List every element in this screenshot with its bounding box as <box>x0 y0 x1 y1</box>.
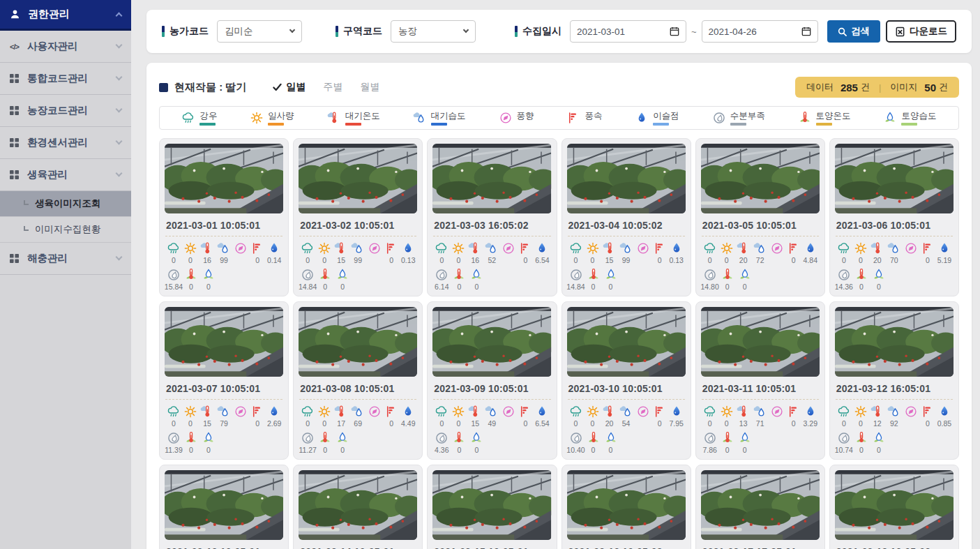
rain-icon <box>301 241 315 255</box>
dew-point-icon <box>635 111 649 125</box>
growth-image-card[interactable]: 2021-03-18 16:05:02 <box>829 465 959 549</box>
sidebar-item-integrated-code-mgmt[interactable]: 통합코드관리 <box>0 63 131 95</box>
sensor-solar: 0 <box>852 241 869 264</box>
date-to-input[interactable]: 2021-04-26 <box>702 20 818 43</box>
sensor-air-humidity: 99 <box>216 241 232 264</box>
soil-temp-icon <box>798 111 812 125</box>
growth-image-card[interactable]: 2021-03-03 16:05:02 0 0 16 <box>427 138 557 296</box>
wind-speed-icon <box>250 241 264 255</box>
sensor-moisture-deficit: 14.80 <box>702 268 718 291</box>
card-timestamp: 2021-03-15 10:05:01 <box>434 546 550 549</box>
sensor-value: 0 <box>306 256 310 264</box>
sensor-wind-speed: 0 <box>383 405 400 428</box>
date-from-input[interactable]: 2021-03-01 <box>570 20 686 43</box>
growth-image-card[interactable]: 2021-03-05 10:05:01 0 0 20 <box>695 138 825 296</box>
growth-image-card[interactable]: 2021-03-08 10:05:01 0 0 17 <box>293 301 423 460</box>
growth-image-card[interactable]: 2021-03-02 10:05:01 0 0 15 <box>293 138 423 296</box>
sensor-soil-moisture: 0 <box>334 268 351 291</box>
sidebar-subitem-image-collection-status[interactable]: 이미지수집현황 <box>0 217 131 243</box>
search-button[interactable]: 검색 <box>827 20 880 43</box>
air-temp-icon <box>327 111 341 125</box>
sensor-dew-point: 0.85 <box>936 405 953 428</box>
sensor-row-2: 15.84 0 0 <box>165 268 283 291</box>
wind-direction-icon <box>502 405 515 419</box>
soil-moisture-icon <box>202 268 216 282</box>
data-count-unit: 건 <box>861 81 870 93</box>
rain-icon <box>167 241 181 255</box>
sensor-rain: 0 <box>836 405 852 428</box>
sensor-wind-speed: 0 <box>919 241 936 264</box>
sensor-row-1: 0 0 15 99 <box>299 241 417 264</box>
soil-temp-icon <box>184 431 198 445</box>
wind-speed-icon <box>518 241 532 255</box>
sensor-value: 0 <box>439 419 444 428</box>
sidebar-item-farm-code-mgmt[interactable]: 농장코드관리 <box>0 95 131 127</box>
zone-code-select[interactable]: 농장 <box>391 20 476 43</box>
growth-image-card[interactable]: 2021-03-04 10:05:02 0 0 15 <box>561 138 691 296</box>
growth-image-card[interactable]: 2021-03-15 10:05:01 <box>427 465 557 549</box>
growth-image-card[interactable]: 2021-03-09 10:05:01 0 0 15 <box>427 301 557 460</box>
sensor-air-temp: 20 <box>735 241 752 264</box>
sensor-soil-moisture: 0 <box>200 268 217 291</box>
tab-daily[interactable]: 일별 <box>273 81 306 93</box>
sensor-legend: 강우 일사량 대기온도 대기습도 풍향 풍속 <box>159 106 959 130</box>
growth-image-card[interactable]: 2021-03-06 10:05:01 0 0 20 <box>829 138 959 296</box>
growth-image-card[interactable]: 2021-03-07 10:05:01 0 0 15 <box>159 301 289 460</box>
sensor-rain: 0 <box>702 405 718 428</box>
sensor-air-temp: 13 <box>735 405 752 428</box>
sidebar-item-pest-mgmt[interactable]: 해충관리 <box>0 243 131 275</box>
sidebar-item-env-sensor-mgmt[interactable]: 환경센서관리 <box>0 127 131 159</box>
sensor-value: 0 <box>926 256 930 264</box>
sensor-air-humidity: 54 <box>618 405 635 428</box>
sensor-value: 15 <box>472 419 480 428</box>
sidebar-subitem-growth-image-view[interactable]: 생육이미지조회 <box>0 191 131 217</box>
sensor-dew-point: 4.49 <box>400 405 416 428</box>
sensor-air-humidity: 71 <box>752 405 769 428</box>
sensor-value: 0 <box>591 256 595 264</box>
growth-image-card[interactable]: 2021-03-13 10:05:01 <box>159 465 289 549</box>
farm-code-select[interactable]: 김미순 <box>217 20 302 43</box>
sensor-value: 0 <box>323 283 327 291</box>
growth-image-card[interactable]: 2021-03-11 10:05:01 0 0 13 <box>695 301 825 460</box>
sensor-moisture-deficit: 10.40 <box>568 431 585 454</box>
sensor-value: 0 <box>842 419 846 428</box>
greenhouse-photo <box>701 144 820 213</box>
tab-weekly[interactable]: 주별 <box>323 81 342 93</box>
sensor-solar: 0 <box>718 405 735 428</box>
growth-image-card[interactable]: 2021-03-10 10:05:01 0 0 20 <box>561 301 691 460</box>
air-humidity-icon <box>619 405 633 419</box>
growth-image-card[interactable]: 2021-03-01 10:05:01 0 0 16 <box>159 138 289 296</box>
wind-speed-icon <box>250 405 264 419</box>
sensor-value: 4.36 <box>435 446 448 454</box>
image-count-unit: 건 <box>939 81 948 93</box>
sensor-value: 0 <box>574 419 578 428</box>
sidebar-item-permission-mgmt[interactable]: 권한관리 <box>0 0 131 31</box>
user-icon <box>10 9 20 20</box>
sensor-value: 0 <box>926 419 930 428</box>
wind-direction-icon <box>502 241 515 255</box>
tab-monthly[interactable]: 월별 <box>360 81 379 93</box>
grid-icon <box>10 254 19 263</box>
growth-image-card[interactable]: 2021-03-17 17:35:01 <box>695 465 825 549</box>
sidebar-subitem-label: 이미지수집현황 <box>35 223 101 236</box>
download-button[interactable]: 다운로드 <box>886 20 956 43</box>
sensor-value: 0 <box>322 256 326 264</box>
air-temp-icon <box>200 405 214 419</box>
sensor-rain: 0 <box>165 241 182 264</box>
farm-code-selected-value: 김미순 <box>225 25 253 38</box>
sensor-air-humidity: 79 <box>216 405 232 428</box>
growth-image-card[interactable]: 2021-03-14 10:05:01 <box>293 465 423 549</box>
sensor-value: 49 <box>488 419 497 428</box>
sensor-wind-direction <box>769 241 785 264</box>
greenhouse-photo <box>165 307 283 377</box>
soil-temp-icon <box>854 431 868 445</box>
growth-image-card[interactable]: 2021-03-12 16:05:01 0 0 12 <box>829 301 959 460</box>
sidebar-item-user-mgmt[interactable]: </> 사용자관리 <box>0 31 131 63</box>
sensor-row-1: 0 0 13 71 <box>701 405 820 428</box>
sensor-air-temp: 15 <box>199 405 216 428</box>
sensor-value: 0 <box>725 283 730 291</box>
sensor-wind-direction <box>366 405 383 428</box>
growth-image-card[interactable]: 2021-03-16 10:05:02 <box>561 465 691 549</box>
sidebar-item-growth-mgmt[interactable]: 생육관리 <box>0 159 131 191</box>
air-humidity-icon <box>217 405 231 419</box>
